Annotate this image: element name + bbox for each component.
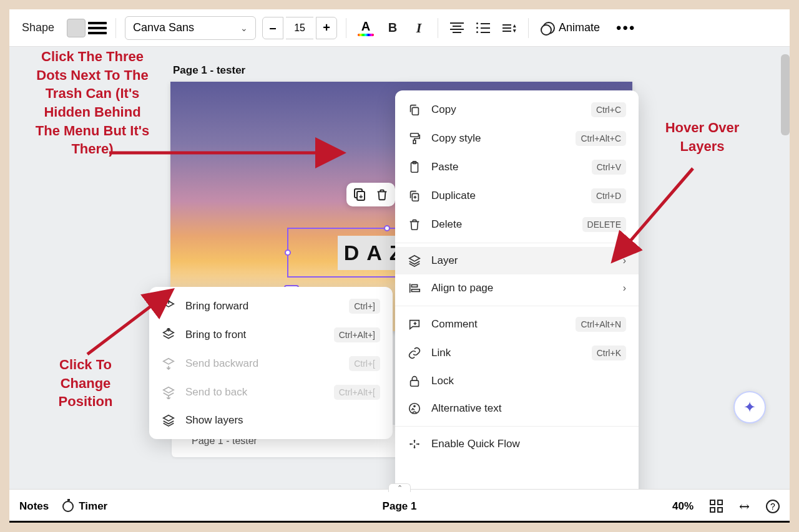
menu-item-label: Delete [431, 218, 572, 231]
menu-item-paste[interactable]: PasteCtrl+V [395, 153, 639, 181]
annotation-1: Click The Three Dots Next To The Trash C… [30, 47, 155, 158]
svg-rect-6 [411, 285, 417, 288]
menu-item-align[interactable]: Align to page› [395, 274, 639, 302]
menu-item-shortcut: Ctrl+D [591, 188, 626, 203]
menu-item-shortcut: Ctrl+Alt+N [576, 317, 626, 332]
menu-item-comment[interactable]: CommentCtrl+Alt+N [395, 310, 639, 339]
menu-item-shortcut: Ctrl+Alt+] [334, 327, 380, 342]
menu-item-duplicate[interactable]: DuplicateCtrl+D [395, 181, 639, 210]
menu-item-shortcut: Ctrl+C [591, 102, 626, 117]
timer-label: Timer [79, 500, 107, 513]
svg-rect-8 [411, 380, 419, 386]
menu-item-label: Paste [431, 161, 582, 173]
animate-button[interactable]: Animate [537, 19, 605, 37]
font-family-select[interactable]: Canva Sans ⌄ [125, 16, 256, 40]
animate-icon [542, 22, 555, 34]
svg-rect-1 [411, 133, 419, 137]
fullscreen-icon[interactable]: ⤢ [735, 497, 753, 515]
sparkle-icon: ✦ [743, 399, 756, 416]
chevron-right-icon: › [623, 255, 626, 266]
separator [115, 18, 116, 38]
border-style-icon[interactable] [88, 19, 107, 37]
font-size-input[interactable]: 15 [286, 17, 313, 39]
bold-button[interactable]: B [383, 18, 403, 38]
bullet-list-button[interactable] [473, 18, 493, 38]
font-name-value: Canva Sans [133, 21, 194, 34]
trash-icon[interactable] [375, 188, 389, 201]
grid-view-icon[interactable] [710, 500, 723, 513]
resize-handle-top[interactable] [384, 225, 390, 231]
chevron-down-icon: ⌄ [240, 23, 248, 33]
resize-handle-left[interactable] [285, 249, 291, 256]
svg-rect-0 [412, 107, 418, 115]
comment-icon [408, 317, 421, 331]
menu-item-label: Bring to front [185, 329, 324, 341]
duplicate-page-icon[interactable]: + [353, 188, 366, 201]
font-size-decrease-button[interactable]: – [262, 17, 283, 39]
separator [528, 18, 529, 38]
trash-icon [408, 218, 421, 231]
menu-item-label: Align to page [431, 282, 613, 294]
menu-item-send-backward: Send backwardCtrl+[ [149, 349, 393, 378]
backward-icon [162, 357, 175, 370]
fill-color-swatch[interactable] [67, 19, 86, 37]
menu-item-lock[interactable]: Lock [395, 367, 639, 395]
context-menu: CopyCtrl+CCopy styleCtrl+Alt+CPasteCtrl+… [395, 90, 639, 489]
menu-item-label: Copy style [431, 132, 566, 145]
menu-item-layer[interactable]: Layer› [395, 247, 639, 274]
menu-item-label: Comment [431, 318, 566, 331]
menu-item-label: Alternative text [431, 402, 626, 415]
menu-item-copy[interactable]: CopyCtrl+C [395, 95, 639, 124]
text-color-button[interactable]: A [355, 19, 376, 36]
svg-rect-7 [411, 289, 419, 292]
layer-submenu: Bring forwardCtrl+]Bring to frontCtrl+Al… [149, 287, 393, 439]
menu-item-show-layers[interactable]: Show layers [149, 407, 393, 434]
timer-button[interactable]: Timer [62, 500, 107, 513]
more-options-button[interactable]: ••• [611, 19, 640, 37]
align-button[interactable] [447, 18, 467, 38]
menu-item-delete[interactable]: DeleteDELETE [395, 210, 639, 239]
menu-item-label: Show layers [185, 414, 380, 427]
alt-icon [408, 402, 421, 415]
italic-button[interactable]: I [409, 18, 429, 38]
menu-item-bring-forward[interactable]: Bring forwardCtrl+] [149, 292, 393, 321]
floating-toolbar: + [346, 183, 395, 206]
font-size-increase-button[interactable]: + [316, 17, 337, 39]
menu-item-label: Layer [431, 254, 613, 267]
notes-button[interactable]: Notes [19, 500, 49, 513]
page-indicator[interactable]: Page 1 [383, 500, 417, 513]
separator [346, 18, 346, 38]
menu-item-shortcut: DELETE [582, 217, 626, 232]
menu-item-quick-flow[interactable]: Enable Quick Flow [395, 430, 639, 458]
menu-item-alt-text[interactable]: Alternative text [395, 395, 639, 422]
menu-item-shortcut: Ctrl+Alt+C [576, 131, 626, 146]
copy-icon [408, 103, 421, 117]
bottom-edge [9, 521, 790, 523]
menu-item-label: Send to back [185, 386, 324, 399]
menu-item-link[interactable]: LinkCtrl+K [395, 339, 639, 367]
vertical-scrollbar[interactable] [781, 54, 790, 135]
svg-rect-2 [413, 140, 416, 144]
line-spacing-button[interactable]: ▴▾ [499, 18, 519, 38]
expand-bottom-icon[interactable]: ⌃ [388, 483, 411, 492]
animate-label: Animate [559, 21, 600, 34]
chevron-right-icon: › [623, 283, 626, 294]
help-icon[interactable]: ? [766, 500, 780, 513]
page-title: Page 1 - tester [173, 64, 245, 77]
flow-icon [408, 437, 421, 451]
menu-item-label: Lock [431, 375, 626, 387]
menu-item-label: Enable Quick Flow [431, 438, 626, 450]
menu-item-label: Bring forward [185, 300, 339, 312]
menu-item-copy-style[interactable]: Copy styleCtrl+Alt+C [395, 124, 639, 153]
menu-separator [395, 426, 639, 427]
clipboard-icon [408, 160, 421, 174]
menu-separator [395, 243, 639, 243]
menu-item-bring-front[interactable]: Bring to frontCtrl+Alt+] [149, 321, 393, 349]
assistant-fab[interactable]: ✦ [733, 391, 766, 423]
menu-item-shortcut: Ctrl+] [349, 299, 380, 314]
menu-item-shortcut: Ctrl+V [592, 160, 626, 175]
separator [438, 18, 438, 38]
zoom-level[interactable]: 40% [672, 500, 694, 513]
link-icon [408, 346, 421, 360]
align-icon [408, 281, 421, 295]
